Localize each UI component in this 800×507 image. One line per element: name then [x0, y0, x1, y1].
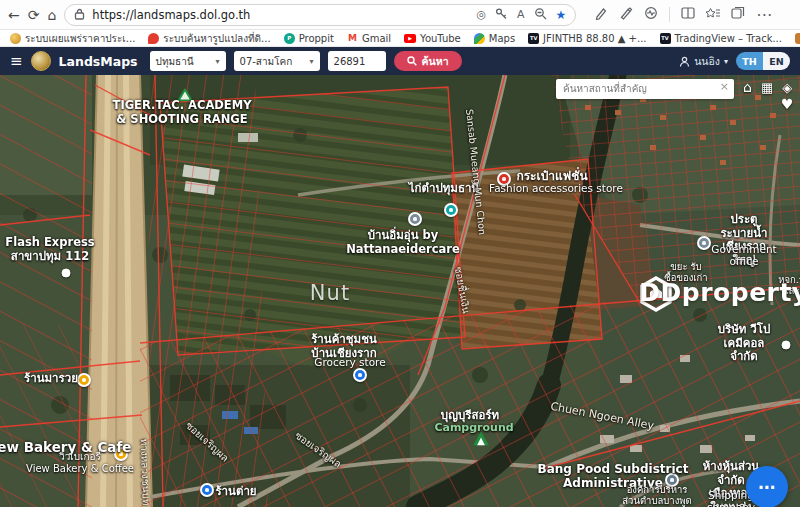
flash-express-dot-icon[interactable] — [62, 269, 71, 278]
bookmark-item[interactable]: ▶YouTube — [404, 33, 461, 44]
bookmark-favicon — [10, 33, 21, 44]
bookmark-item[interactable]: PProppit — [284, 33, 334, 44]
collections-icon[interactable] — [731, 5, 745, 24]
bookmark-label: Maps — [489, 33, 515, 44]
poi-label-tiger-academy: TIGER.TAC. ACADEMY & SHOOTING RANGE — [113, 99, 252, 126]
company-dot-icon[interactable] — [782, 341, 791, 350]
extension-pen-icon[interactable] — [594, 5, 608, 24]
district-select[interactable]: 07-สามโคก▾ — [234, 51, 320, 71]
lang-en-button[interactable]: EN — [763, 52, 790, 70]
app-title: LandsMaps — [59, 54, 138, 69]
url-text[interactable]: https://landsmaps.dol.go.th — [92, 8, 469, 22]
menu-icon[interactable]: ≡ — [10, 52, 23, 70]
province-select[interactable]: ปทุมธานี▾ — [150, 51, 226, 71]
split-screen-icon[interactable] — [681, 5, 695, 24]
bookmark-item[interactable]: Maps — [474, 33, 515, 44]
user-name: นนอิง — [694, 53, 720, 70]
poi-label-weepo: บริษัท วีโป เคมีคอล จำกัด — [716, 323, 772, 364]
user-menu[interactable]: นนอิง ▾ — [679, 53, 728, 70]
poi-label-fashion-en: Fashion accessories store — [489, 182, 623, 194]
app-header: ≡ LandsMaps ปทุมธานี▾ 07-สามโคก▾ ค้นหา น… — [0, 47, 800, 75]
tradingview-icon: TV — [528, 33, 539, 44]
back-icon[interactable]: ← — [8, 8, 20, 22]
search-icon — [407, 56, 417, 66]
bookmark-label: Gmail — [362, 33, 391, 44]
map-toolbar: × ⌂ ▦ ◈ — [556, 77, 792, 97]
map-home-icon[interactable]: ⌂ — [743, 80, 752, 94]
lodging-pin-icon[interactable] — [444, 203, 458, 217]
province-value: ปทุมธานี — [156, 54, 194, 69]
bookmark-label: YouTube — [420, 33, 461, 44]
bookmark-label: Proppit — [299, 33, 334, 44]
ddproperty-watermark: DDproperty — [639, 278, 800, 307]
browser-action-icons: ⋯ — [594, 5, 772, 24]
divider — [669, 7, 670, 22]
road-label-highway: ทางหลวงชนบท — [138, 438, 152, 505]
shopping-pin-icon[interactable] — [77, 373, 91, 387]
chevron-down-icon: ▾ — [724, 57, 728, 66]
maps-pin-icon — [474, 33, 485, 44]
bookmark-item[interactable]: ประยุล - GETNIPPON... — [795, 31, 800, 46]
bookmark-item[interactable]: ระบบค้นหารูปแปลงที่ดิ... — [148, 31, 270, 46]
browser-toolbar: ← ⟳ ⌂ https://landsmaps.dol.go.th ◎ A ★ — [0, 0, 800, 30]
bookmark-label: TradingView – Track... — [675, 33, 782, 44]
poi-label-baan-im-un: บ้านอิ่มอุ่น by Nattanaeidercare — [346, 229, 460, 256]
language-toggle: TH EN — [736, 52, 790, 70]
poi-label-flash-express: Flash Express สาขาปทุม 112 — [5, 236, 94, 263]
bookmark-item[interactable]: TVTradingView – Track... — [660, 33, 782, 44]
favorites-bar-icon[interactable] — [706, 5, 720, 24]
bookmark-item[interactable]: ระบบเผยแพร่ราคาประเ... — [10, 31, 135, 46]
poi-label-watergate-en: Government office — [711, 243, 776, 268]
zoom-out-icon[interactable] — [534, 5, 547, 24]
poi-label-view-bakery-sub: วิวเบเกอรี่ View Bakery & Coffee — [26, 451, 134, 475]
poi-label-grocery-en: Grocery store — [314, 356, 385, 368]
poi-label-maruay: ร้านมารวย — [24, 372, 78, 386]
extension-pen2-icon[interactable] — [619, 5, 633, 24]
favorite-star-icon[interactable]: ★ — [556, 8, 567, 22]
poi-label-rantai: ร้านต่าย — [215, 485, 256, 499]
locality-label-nut: Nut — [310, 281, 350, 306]
parcel-number-input[interactable] — [328, 51, 386, 71]
map-canvas[interactable]: TIGER.TAC. ACADEMY & SHOOTING RANGE Flas… — [0, 75, 800, 507]
bookmark-label: ระบบค้นหารูปแปลงที่ดิ... — [163, 31, 270, 46]
bookmarks-bar: ระบบเผยแพร่ราคาประเ... ระบบค้นหารูปแปลงท… — [0, 30, 800, 47]
poi-label-bangpood-th: องค์การบริหาร ส่วนตำบลบางพูด — [622, 484, 691, 506]
read-aloud-icon[interactable]: A — [517, 8, 525, 21]
bookmark-favicon: P — [284, 33, 295, 44]
chat-button[interactable]: ⋯ — [746, 466, 788, 507]
map-layers-icon[interactable]: ◈ — [782, 81, 792, 94]
gmail-icon: M — [347, 33, 358, 44]
grocery-cart-pin-icon[interactable] — [353, 368, 367, 382]
watergate-pin-icon[interactable] — [697, 236, 711, 250]
map-search-input[interactable] — [556, 79, 734, 99]
poi-label-camp-en: Campground — [434, 422, 513, 435]
map-search: × — [556, 77, 734, 97]
tradingview-icon: TV — [660, 33, 671, 44]
bookmark-item[interactable]: MGmail — [347, 33, 391, 44]
place-pin-icon[interactable] — [408, 212, 422, 226]
refresh-icon[interactable]: ⟳ — [28, 8, 40, 22]
more-menu-icon[interactable]: ⋯ — [756, 5, 772, 24]
clear-search-icon[interactable]: × — [720, 80, 729, 93]
bookmark-item[interactable]: TVJFINTHB 88.80 ▲ +... — [528, 33, 646, 44]
search-button[interactable]: ค้นหา — [394, 51, 462, 71]
bookmark-favicon — [148, 33, 159, 44]
district-value: 07-สามโคก — [240, 54, 293, 69]
chevron-down-icon: ▾ — [310, 57, 314, 66]
bookmark-label: ระบบเผยแพร่ราคาประเ... — [25, 31, 135, 46]
user-icon — [679, 56, 690, 67]
geolocation-icon[interactable]: ◎ — [476, 8, 486, 21]
password-key-icon[interactable] — [495, 5, 508, 24]
bookmark-label: JFINTHB 88.80 ▲ +... — [543, 33, 646, 44]
lang-th-button[interactable]: TH — [736, 52, 763, 70]
address-bar[interactable]: https://landsmaps.dol.go.th ◎ A ★ — [64, 4, 576, 26]
landsmaps-logo — [31, 51, 51, 71]
poi-label-kai: ไก่ตำปทุมธานี — [409, 182, 479, 196]
bookmark-favicon — [795, 33, 800, 44]
browser-home-icon[interactable]: ⌂ — [47, 8, 56, 22]
store-pin-icon[interactable] — [200, 483, 214, 497]
youtube-icon: ▶ — [404, 34, 416, 43]
map-grid-icon[interactable]: ▦ — [761, 81, 773, 94]
browser-essentials-icon[interactable] — [644, 5, 658, 24]
favorite-heart-icon[interactable]: ♥ — [781, 96, 794, 112]
